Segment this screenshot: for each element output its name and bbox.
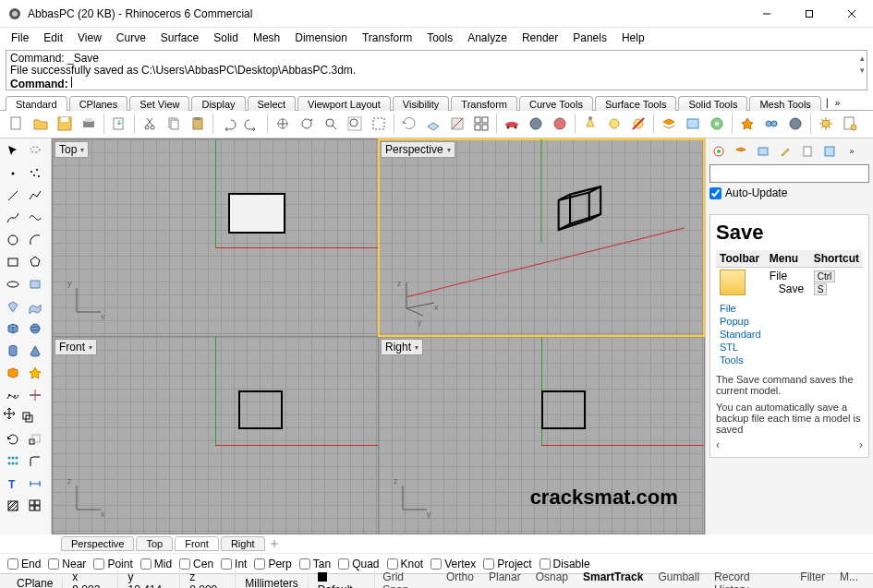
- tab-standard[interactable]: Standard: [6, 96, 67, 111]
- toggle-more[interactable]: M...: [832, 570, 866, 589]
- toggle-gridsnap[interactable]: Grid Snap: [375, 570, 439, 589]
- osnap-knot[interactable]: Knot: [387, 558, 424, 570]
- arc-icon[interactable]: [24, 229, 46, 251]
- toggle-gumball[interactable]: Gumball: [650, 570, 707, 589]
- interp-curve-icon[interactable]: [24, 207, 46, 229]
- cplane-xy-icon[interactable]: [446, 113, 468, 135]
- render-icon[interactable]: [549, 113, 571, 135]
- status-cplane[interactable]: CPlane: [7, 577, 63, 589]
- hide-icon[interactable]: [627, 113, 649, 135]
- command-area[interactable]: Command: _Save File successfully saved a…: [6, 50, 867, 90]
- viewport-label-front[interactable]: Front▾: [55, 339, 97, 355]
- tab-surface-tools[interactable]: Surface Tools: [595, 96, 676, 111]
- scroll-left-icon[interactable]: ‹: [716, 438, 720, 451]
- display-panel-icon[interactable]: [754, 142, 772, 161]
- box-icon[interactable]: [2, 318, 24, 340]
- mesh-box-icon[interactable]: [2, 362, 24, 384]
- spotlight-icon[interactable]: [579, 113, 601, 135]
- curve-icon[interactable]: [2, 207, 24, 229]
- link-tools[interactable]: Tools: [720, 354, 859, 366]
- menu-file[interactable]: File: [6, 30, 34, 46]
- osnap-quad[interactable]: Quad: [338, 558, 379, 570]
- viewport-perspective[interactable]: Perspective▾ x y z: [379, 139, 704, 336]
- print-icon[interactable]: [78, 113, 100, 135]
- move-icon[interactable]: [2, 406, 17, 428]
- group-icon[interactable]: [24, 495, 46, 517]
- zoom-selected-icon[interactable]: [368, 113, 390, 135]
- polyline-icon[interactable]: [24, 185, 46, 207]
- menu-tools[interactable]: Tools: [421, 30, 458, 46]
- menu-mesh[interactable]: Mesh: [248, 30, 285, 46]
- points-icon[interactable]: [24, 162, 46, 185]
- properties-panel-icon[interactable]: [709, 142, 728, 161]
- cylinder-icon[interactable]: [2, 340, 24, 362]
- panel-search-input[interactable]: [709, 164, 869, 183]
- toggle-osnap[interactable]: Osnap: [528, 570, 576, 589]
- tab-viewport-layout[interactable]: Viewport Layout: [297, 96, 391, 111]
- viewport-label-right[interactable]: Right▾: [381, 339, 423, 355]
- menu-transform[interactable]: Transform: [357, 30, 418, 46]
- menu-help[interactable]: Help: [616, 30, 650, 46]
- cut-icon[interactable]: [139, 113, 161, 135]
- osnap-cen[interactable]: Cen: [179, 558, 213, 570]
- explode-icon[interactable]: [736, 113, 758, 135]
- rotate-icon[interactable]: [2, 428, 24, 450]
- show-icon[interactable]: [603, 113, 625, 135]
- pan-icon[interactable]: [272, 113, 294, 135]
- fillet-icon[interactable]: [24, 450, 46, 473]
- new-icon[interactable]: [6, 113, 28, 135]
- link-stl[interactable]: STL: [720, 341, 859, 354]
- add-viewport-icon[interactable]: [267, 536, 282, 551]
- osnap-mid[interactable]: Mid: [140, 558, 172, 570]
- help-panel-icon[interactable]: [820, 142, 839, 161]
- pointer-icon[interactable]: [2, 140, 24, 162]
- surface-edge-icon[interactable]: [24, 295, 46, 318]
- trim-icon[interactable]: [784, 113, 806, 135]
- redo-icon[interactable]: [241, 113, 263, 135]
- toggle-filter[interactable]: Filter: [793, 570, 832, 589]
- undo-icon[interactable]: [217, 113, 239, 135]
- menu-render[interactable]: Render: [516, 30, 564, 46]
- undo-view-icon[interactable]: [398, 113, 420, 135]
- layers-icon[interactable]: [658, 113, 680, 135]
- array-icon[interactable]: [2, 450, 24, 473]
- vptab-top[interactable]: Top: [136, 536, 173, 551]
- tab-cplanes[interactable]: CPlanes: [69, 96, 128, 111]
- tab-display[interactable]: Display: [191, 96, 245, 111]
- viewport-right[interactable]: Right▾ cracksmat.com y z: [379, 337, 704, 534]
- zoom-extents-icon[interactable]: [344, 113, 366, 135]
- copy-tool-icon[interactable]: [17, 406, 39, 428]
- chevron-down-icon[interactable]: ▾: [89, 343, 92, 352]
- set-cplane-icon[interactable]: [422, 113, 444, 135]
- menu-view[interactable]: View: [72, 30, 107, 46]
- minimize-button[interactable]: [746, 0, 788, 27]
- tab-select[interactable]: Select: [248, 96, 297, 111]
- notes-panel-icon[interactable]: [798, 142, 817, 161]
- toggle-ortho[interactable]: Ortho: [439, 570, 481, 589]
- osnap-project[interactable]: Project: [483, 558, 531, 570]
- osnap-perp[interactable]: Perp: [254, 558, 291, 570]
- surface-corner-icon[interactable]: [2, 295, 24, 318]
- menu-panels[interactable]: Panels: [567, 30, 612, 46]
- rectangle-icon[interactable]: [2, 251, 24, 273]
- link-file[interactable]: File: [720, 302, 859, 315]
- osnap-int[interactable]: Int: [221, 558, 247, 570]
- tab-visibility[interactable]: Visibility: [393, 96, 450, 111]
- menu-curve[interactable]: Curve: [111, 30, 152, 46]
- circle-icon[interactable]: [2, 229, 24, 251]
- tab-curve-tools[interactable]: Curve Tools: [519, 96, 593, 111]
- osnap-vertex[interactable]: Vertex: [430, 558, 476, 570]
- shade-icon[interactable]: [525, 113, 547, 135]
- menu-surface[interactable]: Surface: [155, 30, 204, 46]
- four-view-icon[interactable]: [470, 113, 492, 135]
- vptab-perspective[interactable]: Perspective: [61, 536, 134, 551]
- dimension-icon[interactable]: [24, 473, 46, 495]
- tab-solid-tools[interactable]: Solid Tools: [678, 96, 747, 111]
- scale-icon[interactable]: [24, 428, 46, 450]
- chevron-down-icon[interactable]: ▾: [80, 146, 84, 154]
- osnap-end[interactable]: End: [7, 558, 41, 570]
- cone-icon[interactable]: [24, 340, 46, 362]
- render-car-icon[interactable]: [501, 113, 523, 135]
- rotate-view-icon[interactable]: [296, 113, 318, 135]
- viewport-top[interactable]: Top▾ x y: [53, 139, 378, 336]
